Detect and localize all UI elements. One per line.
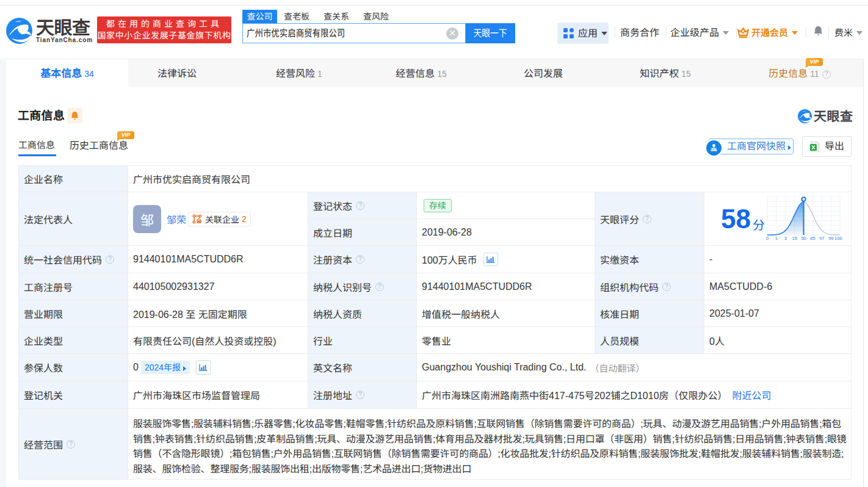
svg-text:50: 50 bbox=[801, 236, 806, 241]
svg-text:15: 15 bbox=[792, 236, 797, 241]
svg-text:97: 97 bbox=[819, 236, 824, 241]
svg-text:99: 99 bbox=[828, 236, 833, 241]
svg-text:1: 1 bbox=[775, 236, 778, 241]
svg-text:100: 100 bbox=[834, 236, 842, 241]
svg-text:0: 0 bbox=[766, 236, 769, 241]
svg-text:85: 85 bbox=[810, 236, 815, 241]
svg-text:3: 3 bbox=[784, 236, 787, 241]
